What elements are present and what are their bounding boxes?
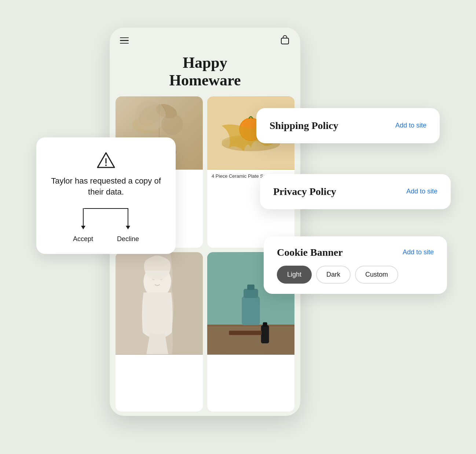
cookie-dark-button[interactable]: Dark <box>316 266 351 284</box>
hamburger-menu-icon[interactable] <box>120 37 129 44</box>
cookie-light-button[interactable]: Light <box>277 266 312 284</box>
svg-rect-0 <box>281 38 289 44</box>
svg-rect-23 <box>244 289 258 298</box>
product-card[interactable] <box>116 252 203 412</box>
alert-card: Taylor has requested a copy of their dat… <box>36 137 176 254</box>
svg-rect-25 <box>261 325 269 343</box>
privacy-add-to-site-link[interactable]: Add to site <box>406 188 437 195</box>
cookie-banner-card: Cookie Banner Add to site Light Dark Cus… <box>264 236 447 294</box>
svg-rect-24 <box>247 284 255 290</box>
svg-point-29 <box>105 165 107 166</box>
shipping-policy-card: Shipping Policy Add to site <box>256 108 440 143</box>
cookie-custom-button[interactable]: Custom <box>355 266 398 284</box>
accept-arrow: Accept <box>73 208 93 243</box>
svg-rect-27 <box>229 331 262 335</box>
svg-point-3 <box>131 117 158 135</box>
cookie-options: Light Dark Custom <box>277 266 434 284</box>
shipping-add-to-site-link[interactable]: Add to site <box>395 122 426 129</box>
alert-message: Taylor has requested a copy of their dat… <box>48 176 164 198</box>
svg-rect-20 <box>207 325 294 354</box>
cookie-header: Cookie Banner Add to site <box>277 247 434 258</box>
svg-point-1 <box>135 100 169 130</box>
store-title: Happy Homeware <box>110 50 300 97</box>
warning-triangle-icon <box>96 151 116 170</box>
store-name: Happy Homeware <box>117 54 293 89</box>
alert-actions: Accept Decline <box>48 208 164 243</box>
phone-header <box>110 27 300 50</box>
svg-rect-26 <box>263 322 267 326</box>
cookie-banner-title: Cookie Banner <box>277 247 343 258</box>
svg-rect-22 <box>242 296 260 325</box>
accept-label[interactable]: Accept <box>73 235 93 243</box>
privacy-policy-title: Privacy Policy <box>273 186 336 198</box>
decline-arrow: Decline <box>117 208 139 243</box>
cookie-add-to-site-link[interactable]: Add to site <box>403 248 434 256</box>
shipping-policy-title: Shipping Policy <box>270 120 338 132</box>
svg-point-2 <box>154 101 179 121</box>
cart-icon[interactable] <box>280 35 290 47</box>
product-image <box>116 252 203 355</box>
main-container: Happy Homeware <box>36 16 440 438</box>
decline-label[interactable]: Decline <box>117 235 139 243</box>
privacy-policy-card: Privacy Policy Add to site <box>260 174 451 209</box>
